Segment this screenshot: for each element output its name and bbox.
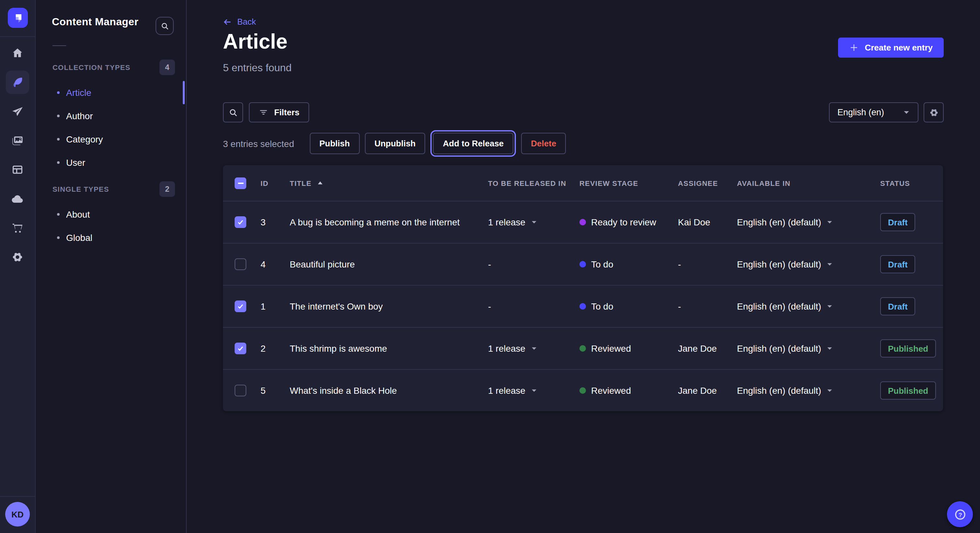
unpublish-button[interactable]: Unpublish <box>364 133 425 154</box>
subnav-item-article[interactable]: Article <box>36 81 186 104</box>
entries-count: 5 entries found <box>223 62 292 74</box>
column-header-title[interactable]: TITLE <box>290 179 488 187</box>
cell-released-in: - <box>488 259 579 270</box>
settings-gear-icon[interactable] <box>6 246 29 269</box>
row-checkbox[interactable] <box>235 385 246 397</box>
question-circle-icon: ? <box>953 508 967 521</box>
user-avatar[interactable]: KD <box>5 502 30 527</box>
page-title: Article <box>223 30 288 54</box>
column-header-assignee[interactable]: ASSIGNEE <box>678 179 737 187</box>
column-header-review-stage[interactable]: REVIEW STAGE <box>579 179 678 187</box>
cell-title: This shrimp is awesome <box>290 343 488 354</box>
cell-title: What's inside a Black Hole <box>290 385 488 396</box>
table-row[interactable]: 5 What's inside a Black Hole 1 release R… <box>223 369 943 411</box>
status-badge: Published <box>880 381 936 400</box>
subnav-item-label: Article <box>66 87 91 98</box>
table-row[interactable]: 4 Beautiful picture - To do - English (e… <box>223 243 943 285</box>
releases-icon[interactable] <box>6 100 29 123</box>
cell-title: A bug is becoming a meme on the internet <box>290 217 488 227</box>
publish-button[interactable]: Publish <box>310 133 360 154</box>
subnav-item-author[interactable]: Author <box>36 104 186 128</box>
status-badge: Draft <box>880 213 915 231</box>
app-root: KD Content Manager COLLECTION TYPES 4 Ar… <box>0 0 980 533</box>
filters-button[interactable]: Filters <box>249 102 309 122</box>
cell-review-stage: Reviewed <box>579 343 678 354</box>
deploy-cloud-icon[interactable] <box>6 187 29 211</box>
bullet-icon <box>57 161 60 164</box>
cell-assignee: Jane Doe <box>678 385 737 396</box>
stage-dot-icon <box>579 261 586 268</box>
content-manager-subnav: Content Manager COLLECTION TYPES 4 Artic… <box>36 0 187 533</box>
cell-assignee: Jane Doe <box>678 343 737 354</box>
cell-available-in[interactable]: English (en) (default) <box>737 259 880 270</box>
indeterminate-dash-icon <box>237 182 243 184</box>
subnav-item-about[interactable]: About <box>36 203 186 226</box>
row-checkbox[interactable] <box>235 259 246 270</box>
bullet-icon <box>57 236 60 239</box>
stage-dot-icon <box>579 219 586 225</box>
column-header-id[interactable]: ID <box>261 179 290 187</box>
subnav-search-button[interactable] <box>156 17 174 35</box>
stage-dot-icon <box>579 387 586 394</box>
search-button[interactable] <box>223 102 243 122</box>
cell-title: The internet's Own boy <box>290 301 488 311</box>
select-all-checkbox[interactable] <box>235 177 246 189</box>
search-icon <box>228 107 238 117</box>
cell-released-in[interactable]: 1 release <box>488 343 579 354</box>
delete-button[interactable]: Delete <box>521 133 566 154</box>
subnav-item-label: Category <box>66 134 103 144</box>
cell-available-in[interactable]: English (en) (default) <box>737 385 880 396</box>
single-types-count-badge: 2 <box>159 181 175 197</box>
cell-released-in[interactable]: 1 release <box>488 217 579 227</box>
stage-dot-icon <box>579 303 586 309</box>
column-header-status[interactable]: STATUS <box>880 179 943 187</box>
back-link[interactable]: Back <box>223 17 256 27</box>
marketplace-cart-icon[interactable] <box>6 216 29 240</box>
cell-assignee: Kai Doe <box>678 217 737 227</box>
row-checkbox[interactable] <box>235 300 246 312</box>
cell-id: 1 <box>261 301 290 311</box>
cell-assignee: - <box>678 301 737 311</box>
table-row[interactable]: 2 This shrimp is awesome 1 release Revie… <box>223 327 943 369</box>
row-checkbox[interactable] <box>235 343 246 354</box>
main-content: Back Article 5 entries found Create new … <box>187 0 980 533</box>
create-new-entry-button[interactable]: Create new entry <box>838 38 944 58</box>
list-settings-button[interactable] <box>924 102 944 122</box>
help-button[interactable]: ? <box>947 501 973 527</box>
chevron-down-icon <box>826 219 833 225</box>
cell-available-in[interactable]: English (en) (default) <box>737 301 880 311</box>
cell-available-in[interactable]: English (en) (default) <box>737 343 880 354</box>
table-header-row: ID TITLE TO BE RELEASED IN REVIEW STAGE … <box>223 165 943 201</box>
chevron-down-icon <box>530 345 537 352</box>
subnav-item-global[interactable]: Global <box>36 226 186 249</box>
content-type-builder-icon[interactable] <box>6 158 29 181</box>
locale-value: English (en) <box>837 108 884 117</box>
bulk-actions-bar: 3 entries selected Publish Unpublish Add… <box>223 133 566 154</box>
cell-review-stage: Reviewed <box>579 385 678 396</box>
locale-select[interactable]: English (en) <box>829 102 918 122</box>
subnav-item-user[interactable]: User <box>36 151 186 174</box>
cell-released-in[interactable]: 1 release <box>488 385 579 396</box>
strapi-logo[interactable] <box>8 8 28 28</box>
media-library-icon[interactable] <box>6 129 29 152</box>
content-manager-icon[interactable] <box>6 71 29 94</box>
strapi-logo-icon <box>12 12 24 24</box>
column-header-available-in[interactable]: AVAILABLE IN <box>737 179 880 187</box>
main-nav-rail: KD <box>0 0 36 533</box>
add-to-release-button[interactable]: Add to Release <box>433 133 513 154</box>
column-header-released[interactable]: TO BE RELEASED IN <box>488 179 579 187</box>
svg-text:?: ? <box>958 511 961 518</box>
collection-types-label: COLLECTION TYPES <box>52 60 130 75</box>
cell-available-in[interactable]: English (en) (default) <box>737 217 880 227</box>
active-item-indicator <box>183 81 185 104</box>
home-icon[interactable] <box>6 41 29 65</box>
subnav-item-category[interactable]: Category <box>36 128 186 151</box>
chevron-down-icon <box>826 261 833 268</box>
filters-label: Filters <box>274 108 299 117</box>
row-checkbox[interactable] <box>235 216 246 228</box>
gear-icon <box>929 107 939 117</box>
filter-icon <box>259 108 268 117</box>
table-row[interactable]: 1 The internet's Own boy - To do - Engli… <box>223 285 943 327</box>
subnav-item-label: Global <box>66 233 92 243</box>
table-row[interactable]: 3 A bug is becoming a meme on the intern… <box>223 201 943 243</box>
